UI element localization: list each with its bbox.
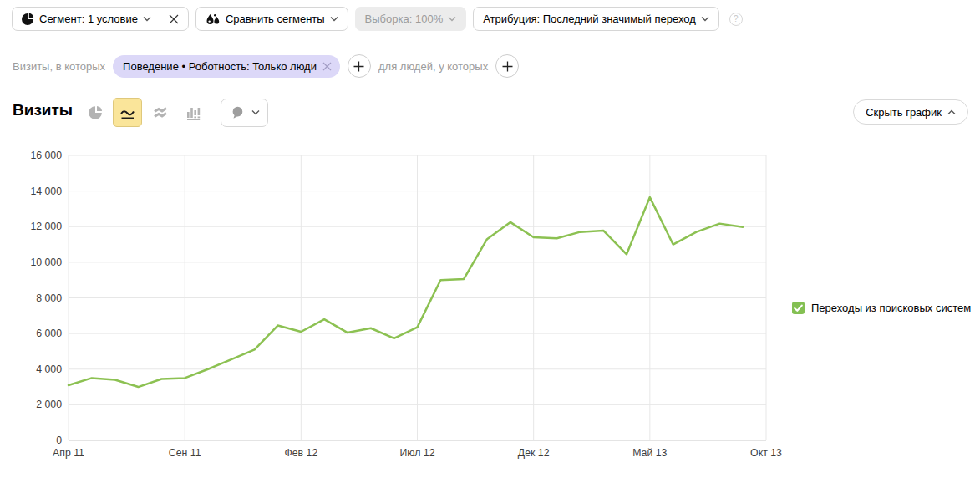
stacked-area-icon [152,104,169,121]
svg-text:Дек 12: Дек 12 [518,447,550,459]
svg-text:Сен 11: Сен 11 [169,447,201,459]
chevron-down-icon [701,16,709,22]
metrica-page: Сегмент: 1 условие Ср [0,0,980,493]
attribution-label: Атрибуция: Последний значимый переход [483,13,696,25]
svg-text:6 000: 6 000 [36,328,62,339]
svg-text:14 000: 14 000 [30,186,62,197]
metric-title: Визиты [13,101,73,119]
segment-button[interactable]: Сегмент: 1 условие [13,8,160,30]
bar-chart-icon [185,104,201,121]
comment-icon [230,105,245,120]
visits-condition-label: Визиты, в которых [13,60,105,73]
svg-text:8 000: 8 000 [36,292,62,304]
plus-icon [502,61,513,72]
pie-chart-icon [88,105,103,120]
svg-text:Май 13: Май 13 [632,447,667,459]
chevron-up-icon [947,109,956,115]
chart-type-switcher [80,98,268,127]
svg-text:0: 0 [56,435,62,446]
svg-text:Апр 11: Апр 11 [53,447,84,459]
svg-text:2 000: 2 000 [36,399,62,410]
add-people-condition-button[interactable] [495,54,519,78]
people-condition-label: для людей, у которых [378,60,488,73]
chevron-down-icon [251,109,260,115]
plus-icon [353,61,364,72]
close-icon [169,14,179,24]
segment-label: Сегмент: 1 условие [39,13,138,25]
hide-chart-button[interactable]: Скрыть график [853,99,968,125]
chart-header: Визиты [0,98,980,129]
svg-text:4 000: 4 000 [36,363,62,375]
sampling-button[interactable]: Выборка: 100% [355,7,467,31]
segments-toolbar: Сегмент: 1 условие Ср [12,7,743,31]
check-icon [792,302,805,314]
svg-text:10 000: 10 000 [30,257,62,268]
help-icon[interactable]: ? [729,13,743,26]
sampling-label: Выборка: 100% [365,13,444,25]
chart-type-stacked-button[interactable] [145,98,175,127]
line-chart-icon [119,104,136,121]
legend-item[interactable]: Переходы из поисковых систем [792,302,971,314]
chevron-down-icon [330,16,338,22]
svg-text:Окт 13: Окт 13 [750,447,782,459]
segment-button-group: Сегмент: 1 условие [12,7,189,31]
filter-chip[interactable]: Поведение • Роботность: Только люди [113,55,340,78]
compare-segments-label: Сравнить сегменты [226,13,325,25]
compare-segments-button[interactable]: Сравнить сегменты [195,7,348,31]
segment-clear-button[interactable] [160,8,188,30]
legend-label: Переходы из поисковых систем [811,302,971,314]
add-visit-condition-button[interactable] [348,54,371,78]
chart-type-line-button[interactable] [113,98,142,127]
hide-chart-label: Скрыть график [866,106,942,119]
annotations-button[interactable] [221,99,268,127]
attribution-button[interactable]: Атрибуция: Последний значимый переход [473,7,719,31]
chip-remove-icon[interactable] [322,62,332,71]
svg-text:Июл 12: Июл 12 [399,447,434,459]
chart-type-columns-button[interactable] [178,98,207,127]
legend-checkbox[interactable] [792,302,805,314]
chevron-down-icon [448,16,456,22]
filter-row: Визиты, в которых Поведение • Роботность… [13,54,519,78]
chart-type-pie-button[interactable] [80,98,109,127]
segment-pie-icon [21,13,34,26]
svg-text:16 000: 16 000 [30,150,62,161]
svg-text:Фев 12: Фев 12 [284,447,317,459]
droplets-icon [206,13,221,26]
visits-chart: 02 0004 0006 0008 00010 00012 00014 0001… [0,150,980,485]
svg-text:12 000: 12 000 [30,221,62,232]
filter-chip-label: Поведение • Роботность: Только люди [123,60,317,73]
chevron-down-icon [143,16,151,22]
